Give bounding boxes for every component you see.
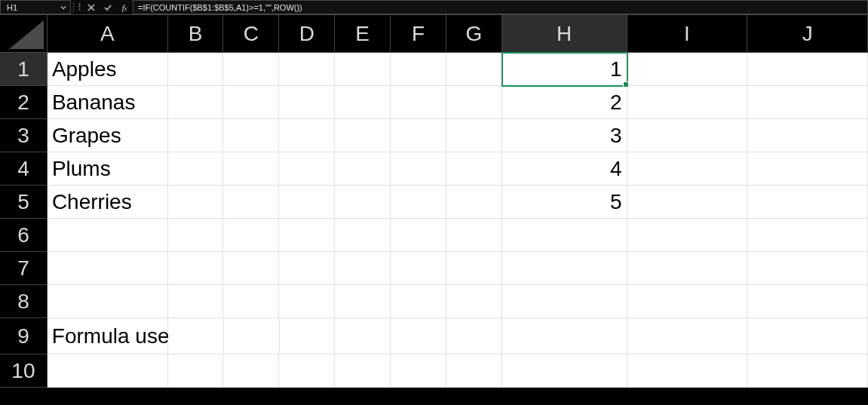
cell-F4[interactable] [391,152,446,186]
cell-C2[interactable] [223,86,279,119]
cell-C10[interactable] [223,354,279,388]
row-header-2[interactable]: 2 [0,86,48,119]
cell-F9[interactable] [391,318,446,354]
cell-E4[interactable] [335,152,391,186]
cell-F7[interactable] [391,252,446,285]
cell-F2[interactable] [391,86,446,119]
cell-I10[interactable] [627,354,748,388]
cell-G9[interactable] [446,318,502,354]
cell-F3[interactable] [391,119,446,152]
row-header-4[interactable]: 4 [0,152,48,186]
cell-A9[interactable]: Formula used in cell H1 =IF(COUNTIF($B$1… [48,318,168,354]
cell-G10[interactable] [446,354,502,388]
cell-G8[interactable] [446,285,502,318]
cell-I1[interactable] [627,53,748,86]
fx-icon[interactable]: fx [116,0,133,14]
column-header-A[interactable]: A [48,15,168,53]
cell-C9[interactable] [224,318,280,354]
cell-F8[interactable] [391,285,446,318]
cell-A5[interactable]: Cherries [48,186,168,219]
row-header-9[interactable]: 9 [0,318,48,354]
cell-J5[interactable] [747,186,868,219]
cell-E8[interactable] [335,285,391,318]
row-header-6[interactable]: 6 [0,219,48,252]
cell-B4[interactable] [168,152,224,186]
cell-D6[interactable] [279,219,335,252]
cell-F5[interactable] [391,186,446,219]
cell-H1[interactable]: 1 [502,53,627,86]
cell-A6[interactable] [48,219,168,252]
cell-E10[interactable] [335,354,391,388]
cell-H10[interactable] [502,354,627,388]
cell-D10[interactable] [279,354,335,388]
cell-C4[interactable] [223,152,279,186]
drag-handle-icon[interactable]: ⋮ [75,0,83,14]
cell-A8[interactable] [48,285,168,318]
cell-E7[interactable] [335,252,391,285]
cell-C6[interactable] [223,219,279,252]
cell-B6[interactable] [168,219,224,252]
column-header-B[interactable]: B [168,15,224,53]
cell-D5[interactable] [279,186,335,219]
cell-I5[interactable] [627,186,748,219]
cell-E1[interactable] [335,53,391,86]
cell-E9[interactable] [335,318,391,354]
cell-I2[interactable] [627,86,748,119]
cell-H4[interactable]: 4 [502,152,627,186]
cell-F10[interactable] [391,354,446,388]
cell-G2[interactable] [446,86,502,119]
cell-D3[interactable] [279,119,335,152]
select-all-corner[interactable] [0,15,48,53]
cell-C7[interactable] [223,252,279,285]
cell-G1[interactable] [446,53,502,86]
column-header-J[interactable]: J [747,15,868,53]
cell-H6[interactable] [502,219,627,252]
cancel-formula-button[interactable] [83,0,100,14]
cell-F6[interactable] [391,219,446,252]
cell-I8[interactable] [627,285,748,318]
column-header-I[interactable]: I [627,15,748,53]
cell-H9[interactable] [502,318,627,354]
cell-D1[interactable] [279,53,335,86]
cell-G5[interactable] [446,186,502,219]
cell-I6[interactable] [627,219,748,252]
cell-F1[interactable] [391,53,446,86]
row-header-8[interactable]: 8 [0,285,48,318]
cell-B7[interactable] [168,252,224,285]
cell-E6[interactable] [335,219,391,252]
cell-B8[interactable] [168,285,224,318]
row-header-10[interactable]: 10 [0,354,48,388]
cell-J3[interactable] [747,119,868,152]
cell-A3[interactable]: Grapes [48,119,168,152]
cell-B3[interactable] [168,119,224,152]
cell-G3[interactable] [446,119,502,152]
cell-E3[interactable] [335,119,391,152]
cell-J9[interactable] [747,318,868,354]
cell-C5[interactable] [223,186,279,219]
cell-C1[interactable] [223,53,279,86]
cell-G4[interactable] [446,152,502,186]
cell-D8[interactable] [279,285,335,318]
cell-A10[interactable] [48,354,168,388]
cell-G6[interactable] [446,219,502,252]
column-header-H[interactable]: H [502,15,627,53]
cell-J8[interactable] [747,285,868,318]
cell-D2[interactable] [279,86,335,119]
cell-D4[interactable] [279,152,335,186]
cell-I3[interactable] [627,119,748,152]
row-header-5[interactable]: 5 [0,186,48,219]
cell-H5[interactable]: 5 [502,186,627,219]
row-header-3[interactable]: 3 [0,119,48,152]
accept-formula-button[interactable] [100,0,116,14]
cell-C8[interactable] [223,285,279,318]
cell-B10[interactable] [168,354,224,388]
cell-J10[interactable] [747,354,868,388]
column-header-C[interactable]: C [223,15,279,53]
cell-B9[interactable] [168,318,224,354]
cell-J1[interactable] [747,53,868,86]
cell-H7[interactable] [502,252,627,285]
cell-A7[interactable] [48,252,168,285]
cell-I7[interactable] [627,252,748,285]
cell-E5[interactable] [335,186,391,219]
cell-H2[interactable]: 2 [502,86,627,119]
